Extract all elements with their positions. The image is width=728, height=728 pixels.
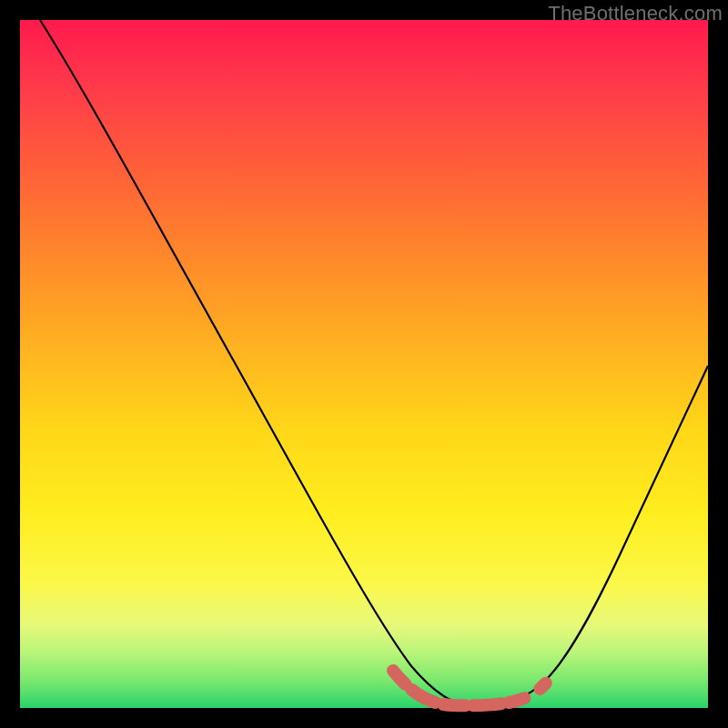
chart-series-black-curve (40, 20, 708, 706)
chart-plot-area (20, 20, 708, 708)
watermark-text: TheBottleneck.com (548, 2, 723, 25)
chart-series-valley-highlight (393, 671, 553, 705)
chart-stage: TheBottleneck.com (0, 0, 728, 728)
chart-curves (20, 20, 708, 708)
